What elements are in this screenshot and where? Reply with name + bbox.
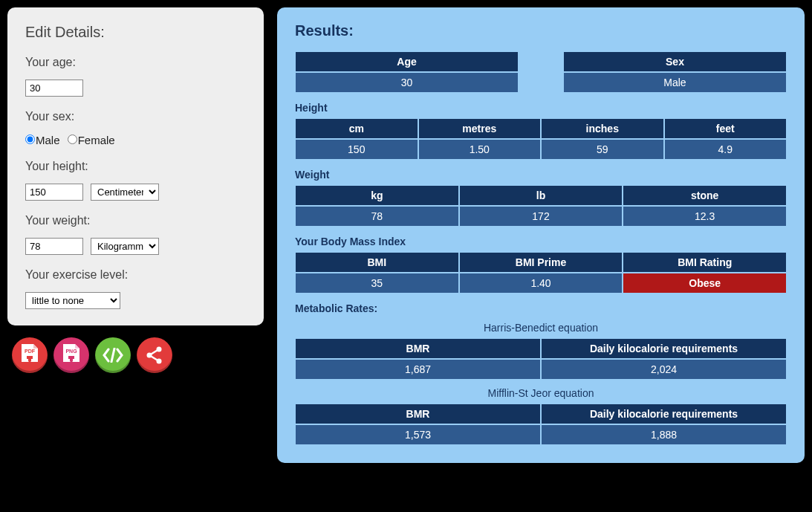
weight-label: Your weight: bbox=[25, 214, 246, 227]
age-value: 30 bbox=[295, 72, 519, 93]
age-header: Age bbox=[295, 51, 519, 72]
results-title: Results: bbox=[295, 22, 787, 39]
bmi-section-label: Your Body Mass Index bbox=[295, 236, 787, 247]
edit-title: Edit Details: bbox=[25, 24, 246, 41]
bmi-table: BMI35 BMI Prime1.40 BMI RatingObese bbox=[295, 252, 787, 294]
bmi-rating-header: BMI Rating bbox=[623, 252, 787, 273]
export-png-button[interactable]: PNG bbox=[53, 337, 89, 373]
bmi-prime-header: BMI Prime bbox=[459, 252, 623, 273]
sex-female-radio[interactable] bbox=[68, 135, 77, 144]
height-cm-header: cm bbox=[295, 118, 418, 139]
exercise-select[interactable]: little to none bbox=[25, 292, 120, 309]
age-table: Age 30 bbox=[295, 51, 519, 93]
msj-kcal-header: Daily kilocalorie requirements bbox=[541, 404, 787, 424]
height-label: Your height: bbox=[25, 160, 246, 173]
sex-header: Sex bbox=[563, 51, 787, 72]
sex-male-radio[interactable] bbox=[25, 135, 35, 144]
exercise-label: Your exercise level: bbox=[25, 268, 246, 282]
age-input[interactable] bbox=[25, 80, 83, 97]
export-pdf-button[interactable]: PDF bbox=[12, 337, 48, 373]
weight-st-value: 12.3 bbox=[623, 206, 787, 227]
weight-unit-select[interactable]: Kilogrammes bbox=[91, 238, 159, 255]
height-unit-select[interactable]: Centimeters bbox=[91, 184, 159, 201]
results-panel: Results: Age 30 Sex Male Height cm150 me… bbox=[277, 7, 805, 463]
svg-text:PNG: PNG bbox=[65, 349, 77, 354]
msj-caption: Mifflin-St Jeor equation bbox=[295, 387, 787, 399]
sex-male-option[interactable]: Male bbox=[25, 134, 60, 146]
height-section-label: Height bbox=[295, 102, 787, 114]
edit-details-panel: Edit Details: Your age: Your sex: Male F… bbox=[7, 7, 264, 325]
weight-st-header: stone bbox=[623, 185, 787, 206]
bmi-rating-value: Obese bbox=[623, 273, 787, 294]
height-ft-value: 4.9 bbox=[664, 139, 787, 160]
msj-table: BMR1,573 Daily kilocalorie requirements1… bbox=[295, 404, 787, 445]
export-code-button[interactable] bbox=[95, 337, 131, 373]
weight-kg-value: 78 bbox=[295, 206, 459, 227]
sex-table: Sex Male bbox=[563, 51, 787, 93]
pdf-icon: PDF bbox=[20, 344, 39, 366]
weight-section-label: Weight bbox=[295, 169, 787, 181]
bmi-value: 35 bbox=[295, 273, 459, 294]
metabolic-section-label: Metabolic Rates: bbox=[295, 302, 787, 314]
hb-caption: Harris-Benedict equation bbox=[295, 322, 787, 334]
hb-kcal-value: 2,024 bbox=[541, 359, 787, 380]
hb-kcal-header: Daily kilocalorie requirements bbox=[541, 338, 787, 359]
svg-text:PDF: PDF bbox=[25, 349, 36, 354]
sex-value: Male bbox=[563, 72, 787, 93]
msj-bmr-value: 1,573 bbox=[295, 424, 541, 445]
hb-table: BMR1,687 Daily kilocalorie requirements2… bbox=[295, 338, 787, 380]
height-in-value: 59 bbox=[541, 139, 664, 160]
weight-kg-header: kg bbox=[295, 185, 459, 206]
height-m-header: metres bbox=[418, 118, 542, 139]
height-in-header: inches bbox=[541, 118, 664, 139]
code-icon bbox=[102, 348, 124, 363]
weight-table: kg78 lb172 stone12.3 bbox=[295, 185, 787, 227]
height-input[interactable] bbox=[25, 184, 83, 201]
png-icon: PNG bbox=[62, 344, 81, 366]
height-cm-value: 150 bbox=[295, 139, 418, 160]
height-m-value: 1.50 bbox=[418, 139, 542, 160]
share-icon bbox=[145, 346, 164, 365]
age-label: Your age: bbox=[25, 56, 246, 69]
height-table: cm150 metres1.50 inches59 feet4.9 bbox=[295, 118, 787, 160]
sex-label: Your sex: bbox=[25, 110, 246, 123]
msj-kcal-value: 1,888 bbox=[541, 424, 787, 445]
bmi-prime-value: 1.40 bbox=[459, 273, 623, 294]
hb-bmr-header: BMR bbox=[295, 338, 541, 359]
sex-female-option[interactable]: Female bbox=[68, 134, 115, 146]
msj-bmr-header: BMR bbox=[295, 404, 541, 424]
weight-lb-header: lb bbox=[459, 185, 623, 206]
weight-input[interactable] bbox=[25, 238, 83, 255]
hb-bmr-value: 1,687 bbox=[295, 359, 541, 380]
bmi-header: BMI bbox=[295, 252, 459, 273]
height-ft-header: feet bbox=[664, 118, 787, 139]
weight-lb-value: 172 bbox=[459, 206, 623, 227]
share-button[interactable] bbox=[137, 337, 172, 373]
